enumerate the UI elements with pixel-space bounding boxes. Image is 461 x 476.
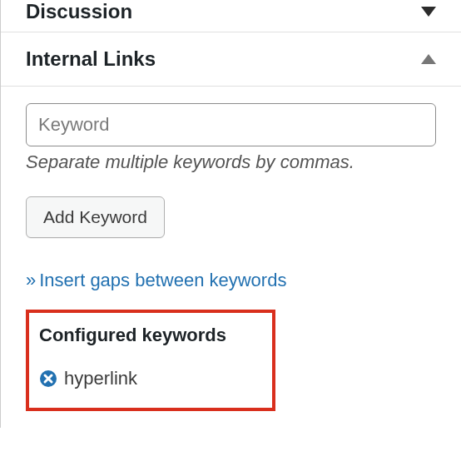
insert-gaps-row: »Insert gaps between keywords	[26, 270, 436, 291]
section-internal-links-header[interactable]: Internal Links	[1, 32, 461, 87]
chevron-down-icon	[421, 7, 436, 17]
configured-keywords-section: Configured keywords hyperlink	[26, 310, 275, 411]
configured-keywords-title: Configured keywords	[39, 325, 262, 346]
section-internal-links-title: Internal Links	[26, 47, 156, 71]
keyword-item-label: hyperlink	[64, 368, 137, 389]
chevron-up-icon	[421, 54, 436, 64]
section-discussion-title: Discussion	[26, 0, 132, 23]
keyword-input[interactable]	[26, 103, 436, 146]
internal-links-content: Separate multiple keywords by commas. Ad…	[1, 87, 461, 428]
insert-gaps-prefix: »	[26, 270, 36, 290]
keyword-item: hyperlink	[39, 368, 262, 389]
add-keyword-button[interactable]: Add Keyword	[26, 196, 165, 238]
remove-keyword-icon[interactable]	[39, 369, 57, 388]
keyword-help-text: Separate multiple keywords by commas.	[26, 151, 436, 173]
insert-gaps-link[interactable]: Insert gaps between keywords	[39, 270, 286, 290]
section-discussion-header[interactable]: Discussion	[1, 0, 461, 32]
